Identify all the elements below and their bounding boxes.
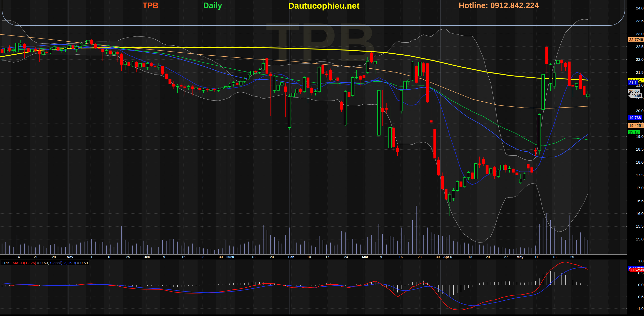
chart-window: TPB TPB Daily Dautucophieu.net Hotline: … — [0, 0, 644, 316]
price-chart-canvas[interactable] — [0, 0, 627, 316]
price-tick-label: 23.0 — [629, 32, 643, 36]
signal-label: Signal(12,26,9) — [50, 261, 76, 265]
date-tick-label: Apr — [443, 255, 449, 259]
date-tick-label: 25 — [126, 255, 130, 259]
price-tick-label: 20.0 — [629, 108, 643, 113]
date-tick-label: 10 — [307, 255, 311, 259]
date-tick-label: 23 — [200, 255, 204, 259]
price-badge: 21.1 — [628, 80, 638, 85]
date-tick-label: 23 — [418, 255, 421, 259]
date-tick-label: 9 — [380, 255, 382, 259]
date-tick-label: 30 — [219, 255, 223, 259]
price-badge: 19.4251 — [628, 123, 644, 128]
date-tick-label: 13 — [468, 255, 472, 259]
price-badge: 19.738 — [628, 115, 642, 120]
date-tick-label: 20 — [486, 255, 490, 259]
date-axis[interactable] — [0, 254, 627, 260]
signal-value: = 0.69 — [76, 261, 88, 265]
date-tick-label: 6 — [450, 255, 452, 259]
macd-label: MACD(12,26) — [13, 261, 36, 265]
price-tick-label: 18.0 — [629, 160, 643, 164]
price-badge: 20.65 — [628, 89, 640, 93]
price-tick-label: 17.5 — [629, 173, 643, 177]
price-tick-label: 22.5 — [629, 44, 643, 49]
date-tick-label: 16 — [399, 255, 402, 259]
date-tick-label: 20 — [270, 255, 274, 259]
date-tick-label: Mar — [362, 255, 368, 259]
date-tick-label: 18 — [107, 255, 111, 259]
symbol-label: TPB — [143, 1, 158, 10]
date-tick-label: 17 — [325, 255, 329, 259]
price-tick-label: 16.5 — [629, 199, 643, 203]
price-tick-label: 21.5 — [629, 70, 643, 75]
date-tick-label: 25 — [570, 255, 574, 259]
price-tick-label: 16.0 — [629, 211, 643, 216]
macd-tick-label: 1.0 — [629, 259, 643, 263]
date-tick-label: 18 — [553, 255, 556, 259]
macd-value: = 0.63, — [36, 261, 50, 265]
date-tick-label: 21 — [34, 255, 38, 259]
date-tick-label: 30 — [436, 255, 440, 259]
date-tick-label: 11 — [89, 255, 93, 259]
bottom-bar — [0, 314, 644, 316]
price-badge: 19.17 — [628, 130, 640, 134]
macd-tick-label: -1.0 — [629, 306, 643, 311]
macd-tick-label: -0.5 — [629, 295, 643, 299]
date-tick-label: 14 — [16, 255, 20, 259]
macd-indicator-title: TPB - MACD(12,26) = 0.63, Signal(12,26,9… — [1, 260, 89, 265]
date-tick-label: May — [517, 255, 523, 259]
date-tick-label: 16 — [181, 255, 185, 259]
price-tick-label: 18.5 — [629, 147, 643, 151]
macd-badge: 0.625867 — [630, 268, 644, 272]
date-tick-label: Feb — [288, 255, 294, 259]
date-tick-label: 27 — [504, 255, 508, 259]
date-tick-label: 28 — [52, 255, 56, 259]
price-badge: 22.7749 — [628, 37, 644, 42]
date-tick-label: 13 — [251, 255, 255, 259]
price-tick-label: 15.5 — [629, 224, 643, 228]
macd-title-prefix: TPB - — [2, 261, 13, 265]
price-badge: 20.65 — [630, 93, 642, 98]
date-tick-label: 9 — [163, 255, 165, 259]
price-tick-label: 17.0 — [629, 186, 643, 190]
date-tick-label: 2020 — [226, 255, 234, 259]
price-tick-label: 19.0 — [629, 134, 643, 139]
site-title[interactable]: Dautucophieu.net — [288, 1, 360, 11]
hotline-label: Hotline: 0912.842.224 — [459, 1, 539, 10]
price-tick-label: 15.0 — [629, 237, 643, 241]
date-tick-label: Dec — [144, 255, 150, 259]
date-tick-label: 11 — [535, 255, 538, 259]
date-tick-label: Nov — [67, 255, 73, 259]
timeframe-label: Daily — [203, 1, 222, 10]
price-tick-label: 24.0 — [629, 6, 643, 10]
price-tick-label: 22.0 — [629, 57, 643, 62]
price-tick-label: 23.5 — [629, 19, 643, 23]
macd-tick-label: 0.0 — [629, 283, 643, 287]
date-tick-label: 24 — [344, 255, 348, 259]
